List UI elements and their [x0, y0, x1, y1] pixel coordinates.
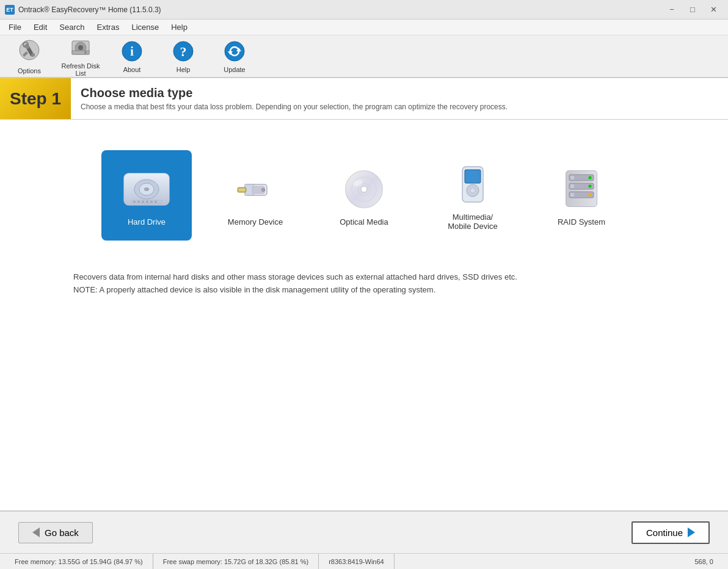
continue-button[interactable]: Continue [632, 521, 710, 544]
coords-status: 568, 0 [685, 554, 723, 569]
step-title: Choose media type [81, 86, 508, 100]
memory-device-label: Memory Device [228, 217, 283, 227]
info-icon: i [120, 40, 144, 65]
options-button[interactable]: Options [5, 38, 54, 74]
info-line1: Recovers data from internal hard disks a… [73, 271, 655, 284]
menu-help[interactable]: Help [165, 21, 194, 34]
multimedia-icon [443, 160, 502, 209]
step-description: Choose a media that best fits your data … [81, 103, 508, 111]
refresh-disk-list-label: Refresh Disk List [59, 62, 103, 77]
step-header: Step 1 Choose media type Choose a media … [0, 78, 728, 120]
svg-point-44 [470, 188, 475, 193]
svg-point-9 [84, 51, 87, 54]
svg-rect-24 [137, 201, 140, 203]
media-item-memory-device[interactable]: Memory Device [210, 150, 300, 241]
help-button[interactable]: ? Help [159, 38, 208, 74]
memory-device-icon [226, 165, 285, 214]
bottom-bar: Go back Continue [0, 510, 728, 553]
media-item-optical-media[interactable]: Optical Media [319, 150, 409, 241]
svg-rect-54 [570, 184, 574, 188]
step-number: Step 1 [0, 78, 71, 119]
go-back-button[interactable]: Go back [18, 522, 93, 543]
step-content: Choose media type Choose a media that be… [71, 78, 517, 119]
update-icon [223, 40, 246, 65]
status-bar: Free memory: 13.55G of 15.94G (84.97 %) … [0, 553, 728, 569]
about-label: About [123, 66, 141, 73]
media-type-grid: Hard Drive Memory Device [0, 120, 728, 259]
disk-icon [69, 36, 92, 61]
optical-media-label: Optical Media [340, 217, 388, 227]
svg-rect-28 [155, 201, 157, 203]
svg-point-51 [589, 185, 592, 188]
svg-rect-25 [142, 201, 144, 203]
build-status: r8363:8419-Win64 [319, 554, 395, 569]
question-icon: ? [172, 40, 195, 65]
free-swap-status: Free swap memory: 15.72G of 18.32G (85.8… [153, 554, 319, 569]
svg-rect-23 [133, 201, 136, 203]
media-item-hard-drive[interactable]: Hard Drive [101, 150, 192, 241]
media-item-raid-system[interactable]: RAID System [536, 150, 627, 241]
svg-point-21 [144, 187, 149, 191]
window-controls: − □ ✕ [662, 3, 723, 16]
svg-rect-33 [239, 189, 245, 191]
wrench-icon [18, 38, 41, 66]
svg-point-4 [31, 53, 35, 57]
svg-rect-26 [146, 201, 148, 203]
multimedia-label: Multimedia/ Mobile Device [448, 212, 498, 231]
svg-point-39 [361, 186, 367, 192]
refresh-disk-list-button[interactable]: Refresh Disk List [56, 38, 105, 74]
svg-text:?: ? [180, 44, 187, 59]
options-label: Options [18, 67, 41, 74]
app-icon: ET [5, 5, 15, 15]
continue-label: Continue [646, 527, 683, 538]
minimize-button[interactable]: − [662, 3, 682, 16]
title-bar: ET Ontrack® EasyRecovery™ Home (11.5.0.3… [0, 0, 728, 20]
svg-rect-55 [570, 193, 574, 197]
toolbar: Options Refresh Disk List i About [0, 35, 728, 78]
svg-point-50 [589, 176, 592, 179]
menu-search[interactable]: Search [53, 21, 90, 34]
close-button[interactable]: ✕ [704, 3, 723, 16]
menu-edit[interactable]: Edit [27, 21, 53, 34]
arrow-right-icon [688, 527, 695, 537]
main-content: Hard Drive Memory Device [0, 120, 728, 510]
menu-extras[interactable]: Extras [91, 21, 126, 34]
svg-rect-53 [570, 176, 574, 179]
menu-bar: File Edit Search Extras License Help [0, 20, 728, 35]
update-button[interactable]: Update [210, 38, 259, 74]
svg-point-7 [78, 45, 83, 50]
info-line2: NOTE: A properly attached device is also… [73, 284, 655, 297]
svg-rect-42 [465, 170, 481, 183]
hard-drive-icon [117, 165, 176, 214]
update-label: Update [224, 66, 245, 73]
svg-point-34 [261, 188, 265, 192]
free-memory-status: Free memory: 13.55G of 15.94G (84.97 %) [5, 554, 153, 569]
svg-rect-27 [150, 201, 153, 203]
raid-system-label: RAID System [558, 217, 605, 227]
svg-point-14 [225, 42, 244, 61]
svg-text:i: i [130, 45, 134, 58]
menu-license[interactable]: License [125, 21, 165, 34]
arrow-left-icon [32, 527, 40, 537]
maximize-button[interactable]: □ [683, 3, 702, 16]
svg-point-52 [589, 194, 592, 197]
app-title: Ontrack® EasyRecovery™ Home (11.5.0.3) [18, 5, 161, 14]
raid-system-icon [552, 165, 611, 214]
optical-media-icon [335, 165, 393, 214]
about-button[interactable]: i About [107, 38, 156, 74]
info-text: Recovers data from internal hard disks a… [0, 259, 728, 309]
go-back-label: Go back [45, 527, 79, 538]
help-label: Help [177, 66, 191, 73]
hard-drive-label: Hard Drive [128, 217, 166, 227]
menu-file[interactable]: File [2, 21, 27, 34]
media-item-multimedia-mobile[interactable]: Multimedia/ Mobile Device [428, 150, 518, 241]
